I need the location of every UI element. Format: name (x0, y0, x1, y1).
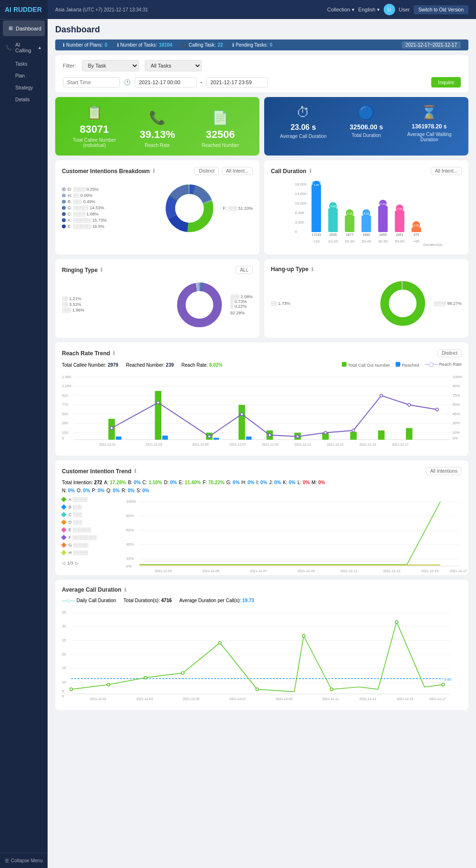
diamond-F (61, 535, 66, 540)
prev-page-icon[interactable]: ◁ (62, 561, 65, 566)
distinct-button[interactable]: Distinct (195, 167, 219, 175)
avg-duration-svg: 35 30 25 20 15 10 5 0 9.85 (62, 607, 462, 702)
legend-F: F ░░░░░░░░ (62, 535, 119, 540)
svg-text:2021-12-15: 2021-12-15 (421, 569, 438, 573)
svg-text:2021-12-09: 2021-12-09 (276, 697, 292, 701)
svg-text:10%: 10% (452, 430, 460, 435)
customer-intentions-card: Customer Intentions Breakdown ℹ Distinct… (55, 160, 259, 254)
filter-all-tasks-select[interactable]: All Tasks (145, 60, 202, 71)
ringing-right-legend: ░░░ 2.08% ░ 0.73% ░ 0.22% 92.28% (230, 294, 253, 315)
all-intent-button[interactable]: All Intent... (222, 167, 253, 175)
svg-text:14,000: 14,000 (295, 192, 307, 196)
call-duration-bar-chart: 18,000 14,000 10,000 6,000 3,000 0 3.05%… (271, 180, 462, 246)
avg-waiting-value: 1361978.20 s (398, 123, 461, 130)
kpi-total-duration: 🔵 32506.00 s Total Duration (335, 105, 397, 148)
kpi-row: 📋 83071 Total Callee Number (individual)… (55, 97, 468, 156)
legend-D: D ░░░ (62, 520, 119, 525)
svg-point-157 (107, 683, 110, 686)
svg-text:9.85: 9.85 (444, 677, 452, 682)
date-range-badge: 2021-12-17~2021-12-17 (402, 42, 461, 48)
svg-text:3,000: 3,000 (295, 220, 305, 224)
svg-text:0: 0 (62, 436, 64, 440)
svg-text:2021-12-01: 2021-12-01 (90, 697, 107, 701)
collection-dropdown[interactable]: Collection ▾ (327, 7, 354, 13)
svg-text:0%: 0% (126, 564, 132, 568)
calling-label: 📞 Calling Task: (182, 42, 216, 48)
ringing-legend: ░░ 1.21% ░░ 3.52% ░░░ 1.96% (62, 296, 169, 313)
svg-text:100%: 100% (452, 375, 462, 379)
legend-pagination: ◁ 1/3 ▷ (62, 561, 119, 566)
intention-trend-title: Customer Intention Trend ℹ All Intention… (62, 467, 462, 475)
svg-text:2021-12-05: 2021-12-05 (183, 697, 199, 701)
call-duration-all-intent-button[interactable]: All Intent... (431, 167, 462, 175)
start-time-input[interactable] (63, 77, 120, 88)
svg-rect-32 (378, 206, 388, 232)
sidebar-item-dashboard[interactable]: ⊞ Dashboard (3, 20, 45, 36)
switch-version-button[interactable]: Switch to Old Version (414, 5, 468, 14)
svg-text:3455: 3455 (379, 233, 387, 236)
intentions-donut-svg (161, 180, 218, 237)
svg-text:6,000: 6,000 (295, 211, 305, 215)
diamond-C (61, 512, 66, 517)
page-title: Dashboard (55, 25, 468, 35)
legend-dot-a (62, 218, 66, 222)
sidebar-item-tasks[interactable]: Tasks (10, 58, 48, 70)
language-dropdown[interactable]: English ▾ (358, 7, 380, 13)
svg-rect-24 (345, 215, 355, 232)
reach-rate-distinct-button[interactable]: Distinct (437, 349, 462, 357)
svg-point-8 (175, 194, 204, 223)
svg-point-100 (157, 401, 159, 404)
svg-point-99 (110, 427, 113, 429)
legend-dot-b (62, 200, 66, 204)
next-page-icon[interactable]: ▷ (75, 561, 79, 566)
sidebar-item-details[interactable]: Details (10, 94, 48, 106)
svg-text:2021-12-07: 2021-12-07 (229, 443, 246, 446)
svg-rect-97 (213, 438, 219, 440)
svg-text:7.54: 7.54 (397, 207, 403, 210)
dashboard-icon: ⊞ (9, 25, 13, 31)
all-intentions-button[interactable]: All Intentions (426, 467, 462, 475)
collapse-menu-button[interactable]: ☰ Collapse Menu (5, 858, 43, 863)
inquire-button[interactable]: Inquire (431, 77, 461, 88)
intention-trend-svg: 100% 80% 60% 40% 20% 0% (124, 497, 462, 568)
legend-a: A: ░░░░░░ 15.73% (62, 218, 156, 223)
svg-text:60%: 60% (452, 402, 460, 407)
svg-text:0: 0 (295, 230, 298, 234)
filter-label: Filter: (63, 63, 76, 68)
intentions-info-icon: ℹ (153, 168, 155, 174)
collapse-icon: ☰ (5, 858, 9, 863)
sidebar-item-aicalling[interactable]: 📞 AI Calling ▲ (0, 37, 48, 58)
svg-point-107 (380, 394, 383, 397)
svg-text:2021-12-15: 2021-12-15 (359, 443, 376, 446)
svg-point-160 (218, 642, 221, 644)
svg-text:5.16: 5.16 (347, 212, 353, 215)
user-avatar[interactable]: U (384, 4, 395, 15)
svg-rect-94 (406, 428, 413, 439)
svg-text:<10: <10 (313, 239, 320, 244)
avg-duration-stats: —◇— Daily Call Duration Total Duration(s… (62, 598, 462, 603)
svg-text:2021-12-13: 2021-12-13 (327, 443, 344, 446)
hangup-info-icon: ℹ (311, 266, 313, 273)
svg-point-108 (408, 403, 411, 406)
svg-text:2021-12-01: 2021-12-01 (99, 443, 116, 446)
legend-G: G ░░░░░ (62, 543, 119, 547)
intention-trend-stats-2: N: 0% O: 0% P: 0% Q: 0% R: 0% S: 0% (62, 488, 462, 493)
filter-by-task-select[interactable]: By Task (82, 60, 139, 71)
sidebar-item-plan[interactable]: Plan (10, 70, 48, 82)
filter-row: Filter: By Task All Tasks 🕐 - Inquire (55, 55, 468, 92)
sidebar-item-strategy[interactable]: Strategy (10, 82, 48, 94)
svg-text:60%: 60% (126, 528, 134, 532)
callee-label: Total Callee Number (individual) (63, 137, 126, 148)
intentions-donut-container: D: ░░░░ 0.25% H: ░░ 0.09% B: ░░░ 0.49% (62, 180, 253, 237)
date-from-input[interactable] (135, 77, 197, 88)
date-to-input[interactable] (206, 77, 268, 88)
avg-call-duration-title: Average Call Duration ℹ (62, 586, 462, 593)
svg-text:2545: 2545 (329, 233, 337, 236)
reach-rate-trend-card: Reach Rate Trend ℹ Distinct Total Callee… (55, 342, 468, 456)
svg-rect-98 (246, 437, 252, 440)
sidebar-bottom: ☰ Collapse Menu (0, 853, 48, 868)
svg-rect-93 (378, 430, 385, 440)
total-duration-icon: 🔵 (335, 105, 397, 120)
ringing-all-button[interactable]: ALL (236, 266, 253, 274)
legend-dot-c (62, 212, 66, 216)
